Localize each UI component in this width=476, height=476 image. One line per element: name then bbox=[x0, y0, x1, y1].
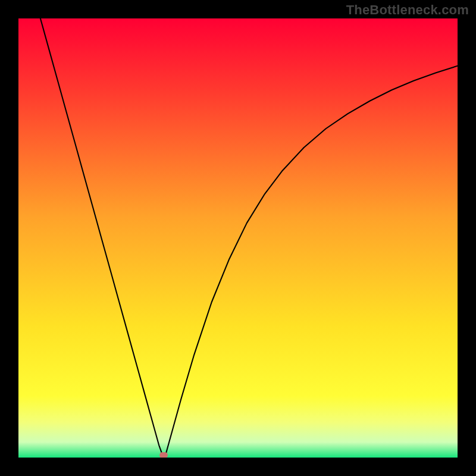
plot-area bbox=[18, 18, 458, 458]
minimum-marker bbox=[159, 452, 168, 458]
chart-frame: TheBottleneck.com bbox=[0, 0, 476, 476]
watermark-text: TheBottleneck.com bbox=[346, 2, 469, 18]
bottleneck-curve bbox=[18, 18, 458, 458]
